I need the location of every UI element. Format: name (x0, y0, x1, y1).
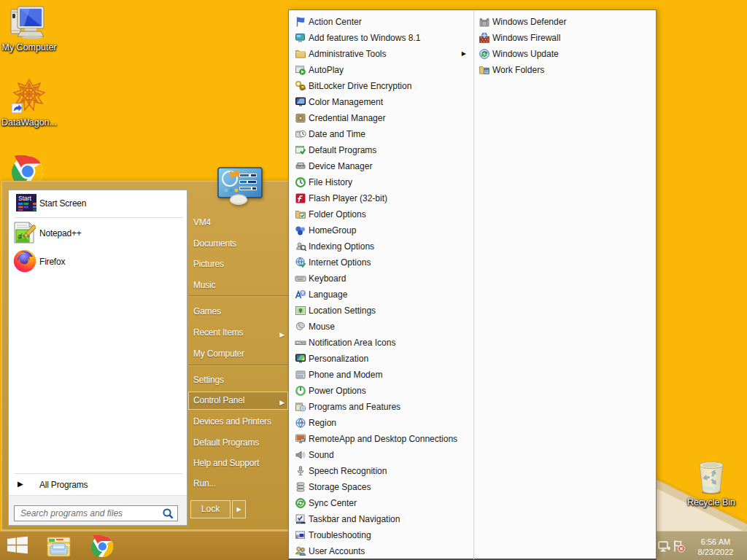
svg-text:SS: SS (301, 438, 304, 441)
svg-text:Start: Start (18, 195, 32, 202)
